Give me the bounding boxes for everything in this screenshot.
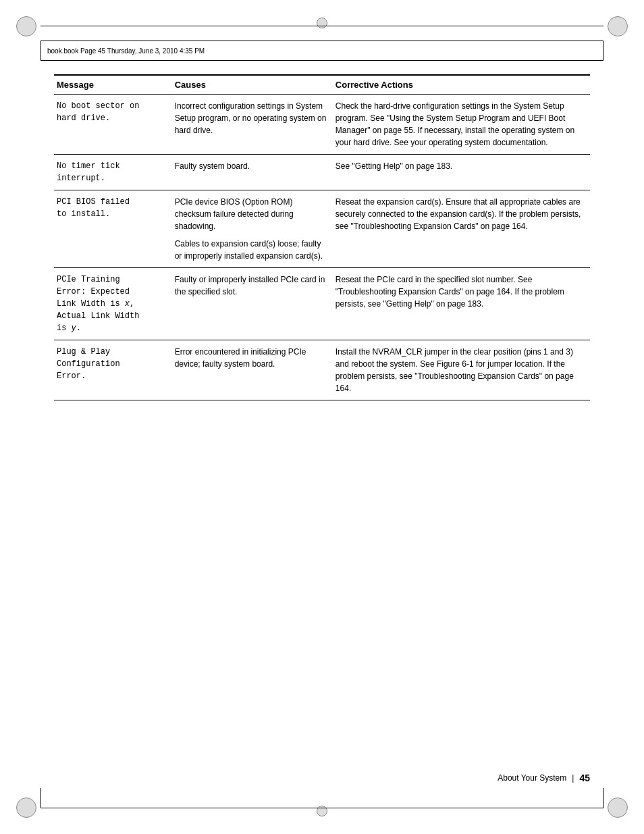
- action-text: See "Getting Help" on page 183.: [336, 161, 452, 171]
- cause-cell: PCIe device BIOS (Option ROM) checksum f…: [172, 190, 333, 268]
- action-text: Check the hard-drive configuration setti…: [336, 101, 574, 147]
- reg-line-bottom: [41, 808, 603, 808]
- page-number: 45: [579, 773, 590, 783]
- table-row: No timer tickinterrupt. Faulty system bo…: [54, 155, 590, 190]
- action-cell: Reseat the PCIe card in the specified sl…: [333, 268, 590, 340]
- cause-text: Incorrect configuration settings in Syst…: [175, 101, 327, 135]
- table-row: Plug & PlayConfigurationError. Error enc…: [54, 340, 590, 400]
- action-cell: Check the hard-drive configuration setti…: [333, 95, 590, 155]
- cause-cell: Faulty system board.: [172, 155, 333, 190]
- table-row: No boot sector onhard drive. Incorrect c…: [54, 95, 590, 155]
- footer-section: About Your System: [498, 773, 566, 783]
- message-text: No timer tickinterrupt.: [57, 161, 120, 183]
- corner-circle-tl: [16, 16, 36, 36]
- footer-divider-icon: |: [572, 773, 574, 783]
- action-cell: Install the NVRAM_CLR jumper in the clea…: [333, 340, 590, 400]
- col-header-message: Message: [54, 75, 172, 95]
- page: book.book Page 45 Thursday, June 3, 2010…: [0, 0, 644, 834]
- main-table: Message Causes Corrective Actions No boo…: [54, 74, 590, 400]
- reg-mark-top-center: [317, 18, 327, 28]
- reg-line-right-bottom: [603, 788, 603, 808]
- table-header-row: Message Causes Corrective Actions: [54, 75, 590, 95]
- cause-cell: Error encountered in initializing PCIe d…: [172, 340, 333, 400]
- cause-text: Faulty or improperly installed PCIe card…: [175, 275, 325, 296]
- action-text: Reseat the expansion card(s). Ensure tha…: [336, 197, 581, 231]
- message-text: PCI BIOS failedto install.: [57, 197, 130, 219]
- col-header-actions: Corrective Actions: [333, 75, 590, 95]
- col-header-causes: Causes: [172, 75, 333, 95]
- cause-para-2: Cables to expansion card(s) loose; fault…: [175, 238, 327, 262]
- message-cell: PCIe TrainingError: ExpectedLink Width i…: [54, 268, 172, 340]
- reg-line-left-bottom: [41, 788, 41, 808]
- reg-line-top: [41, 26, 603, 26]
- message-cell: No boot sector onhard drive.: [54, 95, 172, 155]
- table-row: PCIe TrainingError: ExpectedLink Width i…: [54, 268, 590, 340]
- content-area: Message Causes Corrective Actions No boo…: [54, 74, 590, 760]
- cause-cell: Incorrect configuration settings in Syst…: [172, 95, 333, 155]
- cause-para-1: PCIe device BIOS (Option ROM) checksum f…: [175, 196, 327, 232]
- message-cell: No timer tickinterrupt.: [54, 155, 172, 190]
- action-cell: See "Getting Help" on page 183.: [333, 155, 590, 190]
- message-cell: Plug & PlayConfigurationError.: [54, 340, 172, 400]
- header: book.book Page 45 Thursday, June 3, 2010…: [41, 41, 603, 61]
- cause-text: Faulty system board.: [175, 161, 250, 171]
- header-text: book.book Page 45 Thursday, June 3, 2010…: [47, 47, 205, 55]
- action-text: Reseat the PCIe card in the specified sl…: [336, 275, 564, 309]
- cause-text: Error encountered in initializing PCIe d…: [175, 347, 306, 369]
- corner-circle-bl: [16, 798, 36, 818]
- footer: About Your System | 45: [54, 773, 590, 783]
- corner-circle-br: [608, 798, 628, 818]
- action-text: Install the NVRAM_CLR jumper in the clea…: [336, 347, 574, 393]
- action-cell: Reseat the expansion card(s). Ensure tha…: [333, 190, 590, 268]
- message-cell: PCI BIOS failedto install.: [54, 190, 172, 268]
- corner-circle-tr: [608, 16, 628, 36]
- message-text: No boot sector onhard drive.: [57, 101, 139, 123]
- footer-text: About Your System | 45: [498, 773, 590, 783]
- message-text: Plug & PlayConfigurationError.: [57, 347, 120, 381]
- table-row: PCI BIOS failedto install. PCIe device B…: [54, 190, 590, 268]
- cause-cell: Faulty or improperly installed PCIe card…: [172, 268, 333, 340]
- message-text: PCIe TrainingError: ExpectedLink Width i…: [57, 275, 139, 333]
